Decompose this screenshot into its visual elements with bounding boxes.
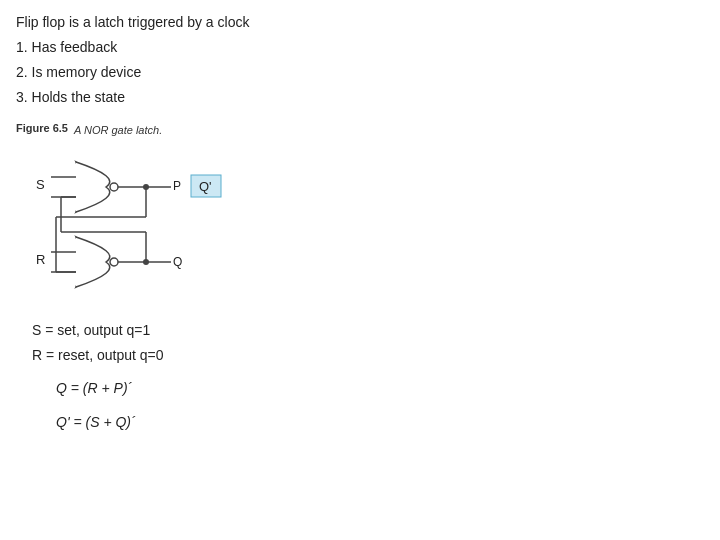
formula2: Q' = (S + Q)´ [56,408,704,436]
svg-text:S: S [36,177,45,192]
figure-caption: A NOR gate latch. [74,124,162,136]
intro-line4: 3. Holds the state [16,87,704,108]
svg-text:Q': Q' [199,179,212,194]
intro-line3: 2. Is memory device [16,62,704,83]
svg-text:P: P [173,179,181,193]
bottom-section: S = set, output q=1 R = reset, output q=… [32,318,704,436]
intro-block: Flip flop is a latch triggered by a cloc… [16,12,704,108]
formula1: Q = (R + P)´ [56,374,704,402]
intro-line2: 1. Has feedback [16,37,704,58]
bottom-line2: R = reset, output q=0 [32,343,704,368]
figure-section: Figure 6.5 A NOR gate latch. S R [16,116,704,302]
svg-point-1 [110,258,118,266]
circuit-diagram: S R P Q [16,142,316,302]
bottom-line1: S = set, output q=1 [32,318,704,343]
svg-text:Q: Q [173,255,182,269]
figure-label: Figure 6.5 [16,122,68,134]
circuit-svg: S R P Q [16,142,316,302]
svg-text:R: R [36,252,45,267]
intro-line1: Flip flop is a latch triggered by a cloc… [16,12,704,33]
svg-point-0 [110,183,118,191]
